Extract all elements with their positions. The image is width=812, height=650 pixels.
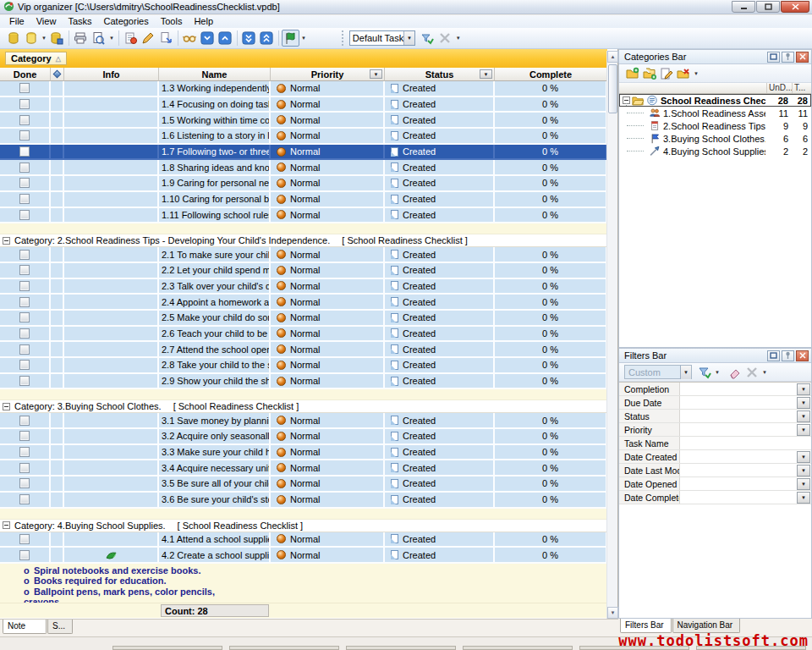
- undock-icon[interactable]: [767, 52, 780, 63]
- task-row[interactable]: 2.1 To make sure your child is Normal Cr…: [0, 247, 607, 263]
- column-name[interactable]: Name: [159, 68, 271, 81]
- categories-close-icon[interactable]: [796, 52, 809, 63]
- task-row[interactable]: 4.2 Create a school supplies list. Norma…: [0, 548, 607, 564]
- task-row[interactable]: 1.6 Listening to a story in large and No…: [0, 129, 607, 145]
- filter-value-field[interactable]: [680, 383, 797, 395]
- print-icon[interactable]: [72, 30, 90, 47]
- filters-more-dropdown-icon[interactable]: ▼: [762, 370, 767, 375]
- apply-filter-icon[interactable]: [696, 364, 713, 381]
- edit-task-icon[interactable]: [140, 30, 157, 47]
- filter-value-field[interactable]: [680, 437, 811, 449]
- done-checkbox[interactable]: [19, 281, 30, 291]
- task-row[interactable]: 2.3 Talk over your child's day. By Norma…: [0, 279, 607, 295]
- done-checkbox[interactable]: [19, 376, 30, 386]
- column-total[interactable]: T...: [793, 83, 811, 93]
- filter-value-field[interactable]: [680, 464, 797, 476]
- done-checkbox[interactable]: [19, 99, 30, 109]
- task-row[interactable]: 1.4 Focusing on doing tasks, Normal Crea…: [0, 97, 607, 113]
- print-dropdown-icon[interactable]: ▼: [109, 36, 114, 41]
- save-database-icon[interactable]: [48, 30, 66, 47]
- column-undone[interactable]: UnD...: [767, 83, 793, 93]
- view-more-dropdown-icon[interactable]: ▼: [456, 36, 461, 41]
- column-status[interactable]: Status▼: [385, 68, 495, 81]
- task-row[interactable]: 2.5 Make your child do some tasks Normal…: [0, 311, 607, 327]
- menu-help[interactable]: Help: [188, 15, 219, 28]
- done-checkbox[interactable]: [19, 265, 30, 275]
- filter-preset-dropdown-icon[interactable]: ▼: [680, 366, 691, 379]
- task-row[interactable]: 3.6 Be sure your child's stock of Normal…: [0, 493, 607, 509]
- status-filter-dropdown[interactable]: ▼: [480, 69, 492, 79]
- move-down-icon[interactable]: [199, 30, 217, 47]
- column-info[interactable]: Info: [64, 68, 159, 81]
- left-tab-s[interactable]: S...: [47, 620, 73, 634]
- task-row[interactable]: 1.10 Caring for personal belongings. Nor…: [0, 192, 607, 208]
- column-priority-flag[interactable]: [51, 68, 64, 81]
- task-row[interactable]: 4.1 Attend a school supplies shop Normal…: [0, 532, 607, 548]
- filter-value-field[interactable]: [680, 423, 797, 436]
- done-checkbox[interactable]: [19, 416, 30, 426]
- done-checkbox[interactable]: [19, 115, 30, 125]
- done-checkbox[interactable]: [19, 534, 30, 544]
- collapse-icon[interactable]: [3, 403, 10, 410]
- delete-category-icon[interactable]: [675, 65, 692, 82]
- filter-dropdown-button[interactable]: ▼: [797, 383, 810, 395]
- filter-dropdown-button[interactable]: ▼: [797, 451, 810, 463]
- category-group-header[interactable]: Category: 4.Buying School Supplies. [ Sc…: [0, 520, 607, 532]
- remove-filter-icon[interactable]: [743, 364, 760, 381]
- filter-value-field[interactable]: [680, 491, 797, 504]
- task-view-dropdown-icon[interactable]: ▼: [403, 31, 414, 45]
- done-checkbox[interactable]: [19, 178, 30, 188]
- task-row[interactable]: 1.9 Caring for personal needs. Normal Cr…: [0, 176, 607, 192]
- open-database-icon[interactable]: [22, 30, 40, 47]
- categories-more-dropdown-icon[interactable]: ▼: [694, 71, 699, 76]
- apply-view-icon[interactable]: [419, 30, 436, 47]
- task-row[interactable]: 1.7 Following two- or three-step oral No…: [0, 145, 607, 161]
- collapse-icon[interactable]: [3, 521, 10, 529]
- task-row[interactable]: 2.2 Let your child spend more time Norma…: [0, 263, 607, 279]
- filter-dropdown-button[interactable]: ▼: [797, 410, 810, 422]
- filter-dropdown-button[interactable]: ▼: [797, 478, 810, 490]
- filter-dropdown-button[interactable]: ▼: [797, 397, 810, 409]
- filter-dropdown-button[interactable]: ▼: [797, 492, 810, 504]
- menu-categories[interactable]: Categories: [98, 15, 155, 28]
- task-row[interactable]: 2.9 Show your child the shortest Normal …: [0, 374, 607, 390]
- column-complete[interactable]: Complete: [495, 68, 607, 81]
- tree-node[interactable]: School Readiness Checklist 28 28: [619, 94, 811, 107]
- priority-filter-dropdown[interactable]: ▼: [370, 69, 382, 79]
- filter-preset-combo[interactable]: Custom ▼: [624, 365, 692, 379]
- done-checkbox[interactable]: [19, 463, 30, 473]
- task-row[interactable]: 3.2 Acquire only seasonally Normal Creat…: [0, 429, 607, 445]
- filter-value-field[interactable]: [680, 396, 797, 409]
- left-tab-note[interactable]: Note: [3, 620, 47, 634]
- clear-view-icon[interactable]: [436, 30, 454, 47]
- collapse-icon[interactable]: [3, 237, 10, 245]
- done-checkbox[interactable]: [19, 447, 30, 457]
- done-checkbox[interactable]: [19, 312, 30, 322]
- done-checkbox[interactable]: [19, 494, 30, 504]
- task-row[interactable]: 3.1 Save money by planning your Normal C…: [0, 413, 607, 429]
- task-row[interactable]: 1.8 Sharing ideas and knowledge Normal C…: [0, 160, 607, 176]
- scroll-down-button[interactable]: ▼: [607, 607, 618, 619]
- task-row[interactable]: 2.4 Appoint a homework area in Normal Cr…: [0, 295, 607, 311]
- panel-tab-navigation-bar[interactable]: Navigation Bar: [672, 619, 741, 633]
- task-row[interactable]: 1.5 Working within time constraint. Norm…: [0, 113, 607, 129]
- category-group-header[interactable]: Category: 2.School Readiness Tips - Deve…: [0, 234, 607, 247]
- task-row[interactable]: 3.4 Acquire necessary uniforms or Normal…: [0, 460, 607, 476]
- filter-value-field[interactable]: [680, 477, 797, 490]
- done-checkbox[interactable]: [19, 83, 30, 93]
- task-row[interactable]: 2.6 Teach your child to be Normal Create…: [0, 327, 607, 343]
- scroll-up-button[interactable]: ▲: [607, 51, 618, 63]
- done-checkbox[interactable]: [19, 250, 30, 260]
- clear-filter-icon[interactable]: [727, 364, 743, 381]
- task-row[interactable]: 3.5 Be sure all of your child's new Norm…: [0, 476, 607, 493]
- menu-tasks[interactable]: Tasks: [62, 15, 97, 28]
- done-checkbox[interactable]: [19, 360, 30, 370]
- group-category-button[interactable]: Category △: [5, 52, 67, 65]
- column-priority[interactable]: Priority▼: [271, 68, 385, 81]
- apply-filter-dropdown-icon[interactable]: ▼: [715, 370, 720, 375]
- flag-view-icon[interactable]: [282, 30, 299, 47]
- filters-close-icon[interactable]: [796, 350, 809, 361]
- task-row[interactable]: 2.7 Attend the school open day Normal Cr…: [0, 342, 607, 358]
- new-category-icon[interactable]: [624, 65, 641, 82]
- menu-tools[interactable]: Tools: [155, 15, 189, 28]
